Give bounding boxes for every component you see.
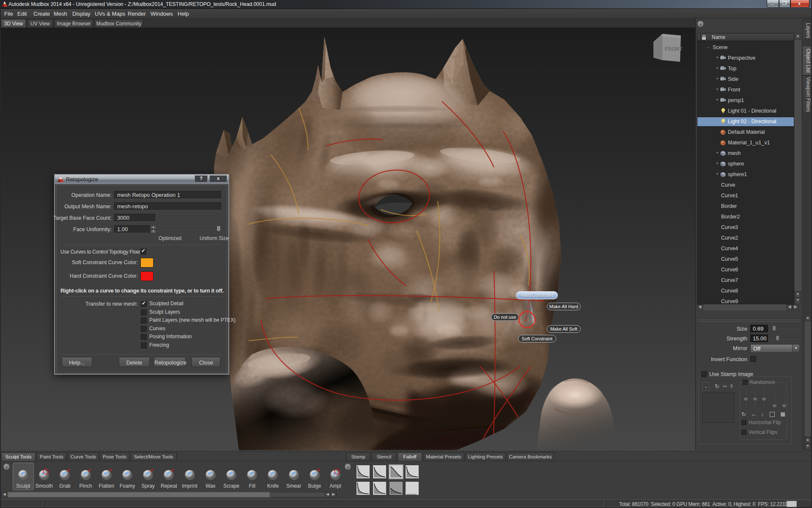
svg-text:FRONT: FRONT xyxy=(665,46,683,52)
